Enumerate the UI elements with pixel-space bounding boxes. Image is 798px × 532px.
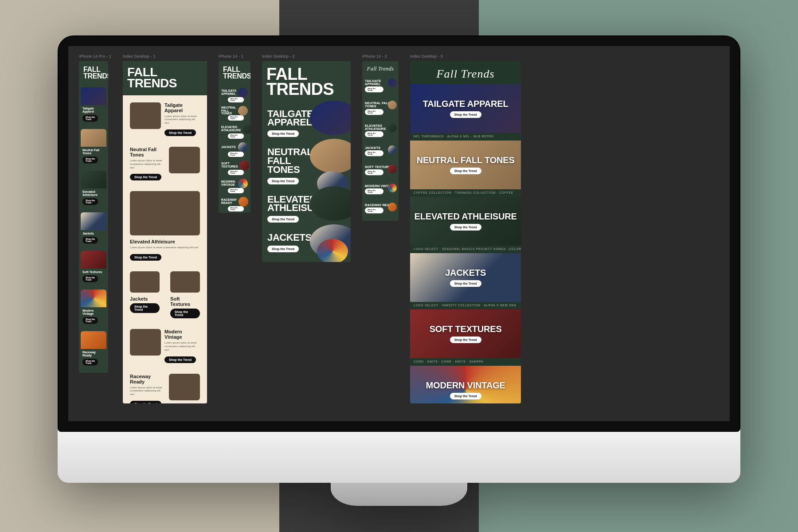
- trend-row[interactable]: NEUTRALFALLTONES Shop the Trend: [219, 104, 250, 122]
- shop-trend-button[interactable]: Shop the Trend: [228, 115, 244, 121]
- collection-strip: LOGO SELECT · VARSITY COLLECTION · ALPHA…: [410, 302, 521, 309]
- shop-trend-button[interactable]: Shop the Trend: [130, 254, 161, 261]
- artboard-desktop-2[interactable]: FALLTRENDS TAILGATE APPAREL Shop the Tre…: [262, 61, 351, 262]
- trend-image: [388, 145, 397, 154]
- shop-trend-button[interactable]: Shop the Trend: [450, 111, 481, 118]
- shop-trend-button[interactable]: Shop the Trend: [228, 133, 244, 139]
- shop-trend-button[interactable]: Shop the Trend: [170, 309, 200, 318]
- shop-trend-button[interactable]: Shop the Trend: [228, 188, 244, 193]
- frame-column: iPhone 14 Pro - 1FALLTRENDS Tailgate App…: [79, 54, 111, 403]
- trend-card[interactable]: Modern Vintage Lorem ipsum dolor sit ame…: [126, 325, 203, 366]
- trend-body: Neutral Fall Tones Lorem ipsum dolor sit…: [130, 147, 165, 180]
- trend-row[interactable]: RACEWAYREADY Shop the Trend: [219, 195, 250, 213]
- trend-block[interactable]: TAILGATE APPAREL Shop the Trend: [410, 84, 521, 133]
- trend-row[interactable]: NEUTRAL FALL TONES Shop the Trend: [362, 100, 399, 122]
- shop-trend-button[interactable]: Shop the Trend: [228, 206, 244, 211]
- shop-trend-button[interactable]: Shop the Trend: [228, 152, 244, 157]
- trend-row[interactable]: JACKETS Shop the Trend: [362, 145, 399, 164]
- shop-trend-button[interactable]: Shop the Trend: [82, 359, 98, 365]
- trend-image: [239, 160, 249, 170]
- shop-trend-button[interactable]: Shop the Trend: [365, 188, 383, 194]
- shop-trend-button[interactable]: Shop the Trend: [82, 237, 98, 243]
- trend-image: [388, 184, 397, 192]
- trend-row[interactable]: TAILGATEAPPAREL Shop the Trend: [219, 86, 250, 104]
- trend-row[interactable]: SOFTTEXTURES Shop the Trend: [219, 158, 250, 176]
- shop-trend-button[interactable]: Shop the Trend: [130, 303, 160, 313]
- shop-trend-button[interactable]: Shop the Trend: [450, 393, 481, 399]
- trend-block[interactable]: ELEVATED ATHLEISURE Shop the Trend: [410, 197, 521, 246]
- shop-trend-button[interactable]: Shop the Trend: [365, 131, 383, 137]
- shop-trend-button[interactable]: Shop the Trend: [365, 86, 383, 92]
- frame-column: Index Desktop - 1FALLTRENDS Tailgate App…: [123, 54, 207, 403]
- shop-trend-button[interactable]: Shop the Trend: [365, 109, 383, 115]
- trend-row[interactable]: ELEVATEDATHLEISURE Shop the Trend: [219, 122, 250, 140]
- artboard-desktop-3[interactable]: Fall Trends TAILGATE APPAREL Shop the Tr…: [410, 61, 521, 403]
- trend-section[interactable]: ELEVATED ATHLEISURE Shop the Trend: [262, 189, 351, 227]
- shop-trend-button[interactable]: Shop the Trend: [130, 401, 161, 403]
- trend-image: [169, 374, 200, 400]
- trend-card[interactable]: Raceway Ready Shop the Trend: [81, 331, 106, 371]
- trend-name: TAILGATE APPAREL: [423, 100, 509, 108]
- trend-block[interactable]: MODERN VINTAGE Shop the Trend: [410, 366, 521, 403]
- artboard-iphone-2[interactable]: Fall Trends TAILGATE APPAREL Shop the Tr…: [362, 61, 399, 221]
- shop-trend-button[interactable]: Shop the Trend: [365, 207, 383, 213]
- shop-trend-button[interactable]: Shop the Trend: [267, 130, 299, 137]
- trend-section[interactable]: NEUTRAL FALL TONES Shop the Trend: [262, 141, 351, 188]
- trend-name: JACKETS: [445, 269, 486, 277]
- trend-card[interactable]: Elevated Athleisure Shop the Trend: [81, 171, 106, 211]
- trend-row[interactable]: JACKETS Shop the Trend: [219, 140, 250, 158]
- trend-row[interactable]: SOFT TEXTURES Shop the Trend: [362, 164, 399, 183]
- shop-trend-button[interactable]: Shop the Trend: [82, 156, 98, 163]
- shop-trend-button[interactable]: Shop the Trend: [82, 317, 98, 324]
- shop-trend-button[interactable]: Shop the Trend: [228, 170, 244, 175]
- trend-card[interactable]: Tailgate Apparel Shop the Trend: [81, 87, 106, 127]
- shop-trend-button[interactable]: Shop the Trend: [365, 169, 383, 175]
- artboard-iphone-1[interactable]: FALLTRENDS TAILGATEAPPAREL Shop the Tren…: [219, 61, 250, 213]
- trend-image: [81, 251, 106, 269]
- trend-block[interactable]: NEUTRAL FALL TONES Shop the Trend: [410, 141, 521, 189]
- frame-column: iPhone 14 - 1FALLTRENDS TAILGATEAPPAREL …: [219, 54, 250, 403]
- artboard-desktop-1[interactable]: FALLTRENDS Tailgate Apparel Lorem ipsum …: [123, 61, 207, 403]
- trend-row[interactable]: TAILGATE APPAREL Shop the Trend: [362, 78, 399, 100]
- trend-card[interactable]: Soft TexturesShop the Trend: [167, 268, 203, 322]
- trend-card[interactable]: Jackets Shop the Trend: [81, 212, 106, 249]
- shop-trend-button[interactable]: Shop the Trend: [450, 280, 481, 287]
- trend-block[interactable]: JACKETS Shop the Trend: [410, 253, 521, 302]
- trend-row[interactable]: MODERNVINTAGE Shop the Trend: [219, 176, 250, 195]
- trend-card[interactable]: Tailgate Apparel Lorem ipsum dolor sit a…: [126, 99, 203, 140]
- trend-row[interactable]: MODERN VINTAGE Shop the Trend: [362, 183, 399, 202]
- trend-image: [238, 179, 248, 188]
- shop-trend-button[interactable]: Shop the Trend: [228, 97, 244, 102]
- design-canvas[interactable]: iPhone 14 Pro - 1FALLTRENDS Tailgate App…: [68, 46, 730, 421]
- trend-card[interactable]: Raceway Ready Lorem ipsum dolor sit amet…: [126, 370, 203, 404]
- shop-trend-button[interactable]: Shop the Trend: [82, 275, 98, 282]
- trend-block[interactable]: SOFT TEXTURES Shop the Trend: [410, 309, 521, 358]
- trend-card[interactable]: Neutral Fall Tones Lorem ipsum dolor sit…: [126, 143, 203, 184]
- trend-section[interactable]: TAILGATE APPAREL Shop the Trend: [262, 103, 351, 142]
- shop-trend-button[interactable]: Shop the Trend: [82, 115, 98, 121]
- trend-image: [310, 101, 351, 135]
- shop-trend-button[interactable]: Shop the Trend: [267, 178, 299, 184]
- shop-trend-button[interactable]: Shop the Trend: [450, 336, 481, 343]
- trend-name: Elevated Athleisure: [81, 188, 106, 197]
- artboard-iphone-pro-1[interactable]: FALLTRENDS Tailgate Apparel Shop the Tre…: [79, 61, 108, 373]
- shop-trend-button[interactable]: Shop the Trend: [450, 224, 481, 231]
- trend-card[interactable]: Soft Textures Shop the Trend: [81, 251, 106, 288]
- trend-card[interactable]: Modern Vintage Shop the Trend: [81, 289, 106, 329]
- trend-row[interactable]: ELEVATED ATHLEISURE Shop the Trend: [362, 122, 399, 145]
- trend-card[interactable]: Elevated Athleisure Lorem ipsum dolor si…: [126, 188, 203, 264]
- shop-trend-button[interactable]: Shop the Trend: [267, 246, 299, 252]
- trend-card[interactable]: JacketsShop the Trend: [126, 268, 163, 322]
- trend-image: [130, 191, 200, 235]
- trend-row[interactable]: RACEWAY READY Shop the Trend: [362, 202, 399, 221]
- shop-trend-button[interactable]: Shop the Trend: [130, 174, 161, 180]
- shop-trend-button[interactable]: Shop the Trend: [82, 198, 98, 205]
- shop-trend-button[interactable]: Shop the Trend: [365, 150, 383, 156]
- shop-trend-button[interactable]: Shop the Trend: [450, 168, 481, 174]
- shop-trend-button[interactable]: Shop the Trend: [164, 356, 196, 363]
- trend-card[interactable]: Neutral Fall Tones Shop the Trend: [81, 129, 106, 169]
- shop-trend-button[interactable]: Shop the Trend: [267, 216, 299, 223]
- trend-section[interactable]: JACKETS Shop the Trend: [262, 227, 351, 257]
- trend-name: MODERNVINTAGE: [221, 180, 236, 186]
- shop-trend-button[interactable]: Shop the Trend: [164, 129, 196, 136]
